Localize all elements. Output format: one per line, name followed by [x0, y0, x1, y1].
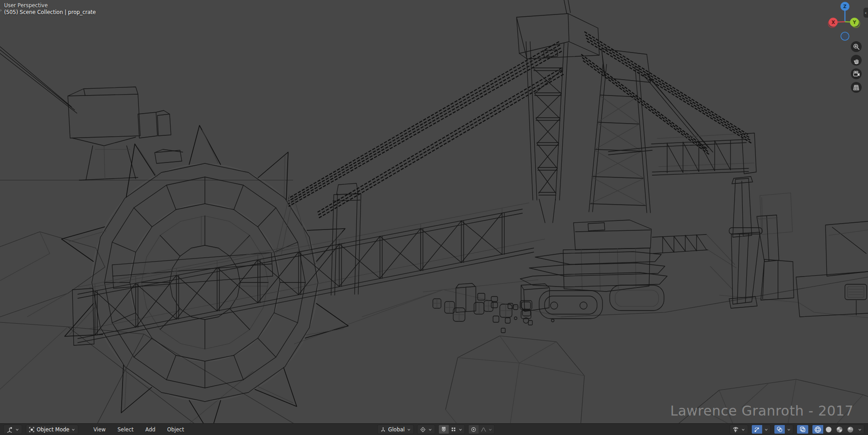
counterweight-arm[interactable]: [608, 133, 792, 237]
chevron-down-icon: [488, 427, 493, 432]
menu-select[interactable]: Select: [114, 424, 138, 435]
3d-viewport-icon: [6, 426, 13, 433]
shading-wireframe-button[interactable]: [812, 425, 823, 434]
transform-axes-icon: [380, 426, 386, 433]
rendered-icon: [847, 426, 854, 433]
viewport-header-bar: Object Mode View Select Add Object Globa…: [0, 423, 868, 435]
transform-orientation-dropdown[interactable]: Global: [377, 425, 414, 434]
navigation-gizmo[interactable]: Z X Y: [824, 0, 866, 43]
shading-solid-button[interactable]: [823, 425, 834, 434]
chevron-down-icon: [764, 427, 768, 432]
winch-arm[interactable]: [0, 47, 183, 180]
chevron-down-icon: [858, 427, 862, 432]
chevron-down-icon: [71, 427, 76, 432]
snap-group: [438, 425, 465, 434]
pivot-point-dropdown[interactable]: [417, 425, 435, 434]
grid-view-icon: [852, 83, 860, 91]
x-ray-toggle-icon: [799, 426, 806, 433]
wireframe-icon: [814, 426, 821, 433]
camera-view-icon: [852, 70, 860, 78]
menu-add[interactable]: Add: [141, 424, 159, 435]
camera-view-button[interactable]: [851, 68, 862, 79]
falloff-curve-icon: [480, 426, 487, 433]
chevron-down-icon: [428, 427, 432, 432]
viewport-3d[interactable]: [0, 0, 868, 424]
wheel-mast[interactable]: [276, 183, 361, 295]
mode-label: Object Mode: [37, 426, 69, 433]
menu-object[interactable]: Object: [163, 424, 188, 435]
svg-text:Y: Y: [852, 20, 856, 25]
proportional-editing-icon: [470, 426, 477, 433]
magnet-icon: [441, 426, 447, 433]
falloff-dropdown[interactable]: [479, 425, 494, 434]
footer-left: Object Mode View Select Add Object: [0, 424, 188, 435]
cables: [289, 32, 751, 218]
right-pylons[interactable]: [729, 215, 794, 308]
xray-toggle[interactable]: [797, 425, 809, 434]
sidebar-expand-arrow[interactable]: ›: [0, 8, 2, 13]
show-object-types-dropdown[interactable]: [730, 425, 748, 434]
shading-material-button[interactable]: [834, 425, 845, 434]
overlays-group: [774, 425, 793, 434]
gizmos-group: [751, 425, 771, 434]
rock-center[interactable]: [446, 336, 584, 424]
axis-x-ball[interactable]: X: [829, 18, 838, 27]
shading-rendered-button[interactable]: [845, 425, 856, 434]
svg-text:X: X: [831, 20, 835, 25]
shading-dropdown[interactable]: [856, 425, 864, 434]
svg-text:Z: Z: [843, 4, 846, 9]
slew-platform[interactable]: [520, 220, 667, 292]
show-gizmos-toggle[interactable]: [752, 425, 762, 434]
pivot-point-icon: [420, 426, 426, 433]
snap-toggle-button[interactable]: [439, 425, 449, 434]
overlays-icon: [776, 426, 783, 433]
chevron-down-icon: [407, 427, 411, 432]
pan-button[interactable]: [851, 55, 862, 66]
show-object-types-icon: [732, 426, 739, 433]
object-mode-icon: [28, 426, 35, 433]
material-preview-icon: [836, 426, 843, 433]
orientation-label: Global: [388, 426, 405, 433]
mode-dropdown[interactable]: Object Mode: [26, 425, 78, 434]
zoom-icon: [853, 43, 860, 51]
proportional-edit-group: [468, 425, 495, 434]
proportional-editing-button[interactable]: [469, 425, 479, 434]
editor-type-button[interactable]: [3, 425, 22, 434]
axis-z-ball[interactable]: Z: [840, 2, 849, 11]
menu-view[interactable]: View: [89, 424, 109, 435]
show-overlays-toggle[interactable]: [774, 425, 785, 434]
axis-y-ball[interactable]: Y: [850, 18, 859, 27]
footer-right: [730, 424, 864, 435]
gizmo-icon: [754, 426, 760, 433]
crawler-tracks[interactable]: [514, 285, 664, 323]
tower[interactable]: [517, 0, 713, 223]
chevron-down-icon: [15, 427, 19, 432]
gizmos-dropdown[interactable]: [762, 425, 770, 434]
chevron-down-icon: [458, 427, 463, 432]
grid-view-button[interactable]: [851, 82, 862, 93]
pan-hand-icon: [853, 57, 860, 64]
solid-icon: [825, 426, 832, 433]
zoom-button[interactable]: [851, 41, 862, 52]
right-building[interactable]: [796, 221, 868, 317]
terrain[interactable]: [0, 180, 868, 424]
snap-elements-icon: [451, 426, 457, 433]
overlays-dropdown[interactable]: [785, 425, 793, 434]
footer-center: Global: [377, 424, 495, 435]
collapse-region-arrow[interactable]: ‹: [863, 8, 868, 18]
viewport-side-tools: [851, 41, 862, 93]
watermark-text: Lawrence Granroth - 2017: [670, 403, 854, 419]
chevron-down-icon: [787, 427, 791, 432]
shading-mode-group: [812, 425, 864, 434]
blender-window: { "viewport": { "view_label": "User Pers…: [0, 0, 868, 435]
bridge-truss[interactable]: [652, 234, 736, 268]
chevron-down-icon: [741, 427, 745, 432]
snap-with-dropdown[interactable]: [449, 425, 465, 434]
axis-neg-z-ball[interactable]: [841, 32, 849, 40]
